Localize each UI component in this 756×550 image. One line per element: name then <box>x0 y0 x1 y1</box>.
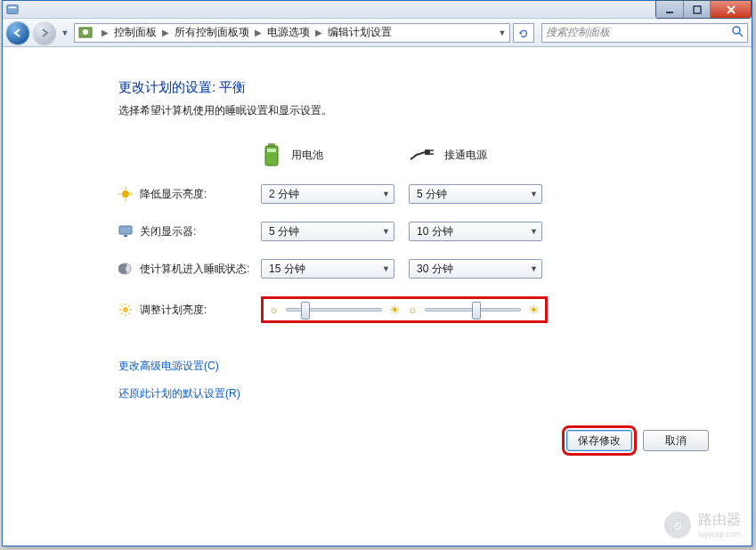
refresh-button[interactable] <box>513 23 534 43</box>
advanced-power-link[interactable]: 更改高级电源设置(C) <box>118 359 709 374</box>
svg-line-9 <box>739 33 743 36</box>
dim-label: 降低显示亮度: <box>140 187 207 202</box>
sun-low-icon: ☼ <box>408 303 418 316</box>
svg-point-16 <box>122 190 129 198</box>
search-placeholder: 搜索控制面板 <box>546 25 731 40</box>
content-area: 更改计划的设置: 平衡 选择希望计算机使用的睡眠设置和显示设置。 用电池 接通电… <box>3 47 752 546</box>
row-dim-display: 降低显示亮度: 2 分钟▼ 5 分钟▼ <box>118 184 709 204</box>
chevron-down-icon: ▼ <box>382 227 390 236</box>
search-box[interactable]: 搜索控制面板 <box>541 23 748 43</box>
column-battery: 用电池 <box>261 142 409 168</box>
restore-defaults-link[interactable]: 还原此计划的默认设置(R) <box>118 386 709 401</box>
svg-rect-3 <box>694 6 701 13</box>
page-title: 更改计划的设置: 平衡 <box>118 79 709 96</box>
minimize-button[interactable] <box>656 1 683 18</box>
search-icon <box>731 25 744 40</box>
brightness-icon <box>118 303 133 317</box>
svg-point-24 <box>123 307 128 312</box>
breadcrumb-sep: ▶ <box>157 28 175 37</box>
off-battery-select[interactable]: 5 分钟▼ <box>261 222 394 241</box>
column-battery-label: 用电池 <box>291 148 323 163</box>
watermark: ⎋ 路由器 luyouqi.com <box>664 511 741 538</box>
svg-rect-1 <box>9 7 17 9</box>
column-ac-label: 接通电源 <box>444 148 487 163</box>
svg-line-31 <box>129 305 131 307</box>
window-buttons <box>655 0 752 19</box>
back-button[interactable] <box>6 21 29 44</box>
history-dropdown[interactable]: ▼ <box>60 28 70 37</box>
sleep-battery-select[interactable]: 15 分钟▼ <box>261 259 394 279</box>
svg-point-7 <box>83 29 88 35</box>
slider-thumb[interactable] <box>301 302 310 319</box>
row-turn-off-display: 关闭显示器: 5 分钟▼ 10 分钟▼ <box>118 222 709 241</box>
close-button[interactable] <box>710 1 751 18</box>
sun-low-icon: ☼ <box>269 303 279 316</box>
svg-line-32 <box>121 313 123 315</box>
chevron-down-icon: ▼ <box>530 190 538 198</box>
control-panel-icon <box>78 26 93 40</box>
breadcrumb-sep: ▶ <box>96 28 114 37</box>
brightness-battery-slider[interactable] <box>286 308 382 311</box>
breadcrumb-sep: ▶ <box>249 28 267 37</box>
svg-line-29 <box>121 305 123 307</box>
titlebar <box>3 1 752 19</box>
brightness-label: 调整计划亮度: <box>140 303 207 318</box>
address-bar[interactable]: ▶ 控制面板 ▶ 所有控制面板项 ▶ 电源选项 ▶ 编辑计划设置 ▼ <box>74 23 510 43</box>
svg-rect-0 <box>7 5 18 14</box>
column-ac: 接通电源 <box>409 142 557 168</box>
forward-button[interactable] <box>33 21 56 44</box>
address-dropdown[interactable]: ▼ <box>495 28 509 37</box>
nav-bar: ▼ ▶ 控制面板 ▶ 所有控制面板项 ▶ 电源选项 ▶ 编辑计划设置 ▼ 搜索控… <box>3 19 752 47</box>
window: ▼ ▶ 控制面板 ▶ 所有控制面板项 ▶ 电源选项 ▶ 编辑计划设置 ▼ 搜索控… <box>2 0 752 546</box>
svg-line-30 <box>129 313 131 315</box>
app-icon <box>6 4 19 16</box>
crumb-control-panel[interactable]: 控制面板 <box>114 25 157 40</box>
row-sleep: 使计算机进入睡眠状态: 15 分钟▼ 30 分钟▼ <box>118 259 709 279</box>
svg-rect-22 <box>124 235 127 237</box>
off-label: 关闭显示器: <box>140 224 196 239</box>
svg-point-8 <box>733 27 740 34</box>
row-brightness: 调整计划亮度: ☼ ☀ ☼ ☀ <box>118 296 709 323</box>
sun-high-icon: ☀ <box>528 303 540 317</box>
page-subtitle: 选择希望计算机使用的睡眠设置和显示设置。 <box>118 103 709 118</box>
dim-battery-select[interactable]: 2 分钟▼ <box>261 184 394 204</box>
chevron-down-icon: ▼ <box>382 190 390 198</box>
brightness-ac-slider[interactable] <box>425 308 521 311</box>
dim-icon <box>118 187 133 201</box>
plug-icon <box>409 146 435 164</box>
svg-rect-13 <box>425 150 430 155</box>
maximize-button[interactable] <box>683 1 710 18</box>
column-headers: 用电池 接通电源 <box>118 142 709 168</box>
crumb-power-options[interactable]: 电源选项 <box>267 25 310 40</box>
button-row: 保存修改 取消 <box>566 430 709 451</box>
svg-rect-21 <box>119 226 132 234</box>
brightness-sliders-highlight: ☼ ☀ ☼ ☀ <box>261 296 548 323</box>
chevron-down-icon: ▼ <box>382 264 390 273</box>
watermark-icon: ⎋ <box>664 512 691 538</box>
dim-ac-select[interactable]: 5 分钟▼ <box>409 184 542 204</box>
chevron-down-icon: ▼ <box>530 264 538 273</box>
sleep-label: 使计算机进入睡眠状态: <box>140 262 249 277</box>
cancel-button[interactable]: 取消 <box>643 430 709 451</box>
battery-icon <box>261 142 282 168</box>
monitor-icon <box>118 224 133 239</box>
watermark-domain: luyouqi.com <box>698 530 741 538</box>
crumb-all-items[interactable]: 所有控制面板项 <box>175 25 249 40</box>
moon-icon <box>118 262 133 276</box>
crumb-edit-plan[interactable]: 编辑计划设置 <box>328 25 392 40</box>
refresh-icon <box>517 27 530 39</box>
slider-thumb[interactable] <box>472 302 481 319</box>
off-ac-select[interactable]: 10 分钟▼ <box>409 222 542 241</box>
chevron-down-icon: ▼ <box>530 227 538 236</box>
sun-high-icon: ☀ <box>389 303 401 317</box>
watermark-brand: 路由器 <box>698 511 741 530</box>
breadcrumb-sep: ▶ <box>310 28 328 37</box>
save-button[interactable]: 保存修改 <box>566 430 632 451</box>
sleep-ac-select[interactable]: 30 分钟▼ <box>409 259 542 279</box>
links-section: 更改高级电源设置(C) 还原此计划的默认设置(R) <box>118 359 709 401</box>
svg-rect-12 <box>267 149 276 152</box>
